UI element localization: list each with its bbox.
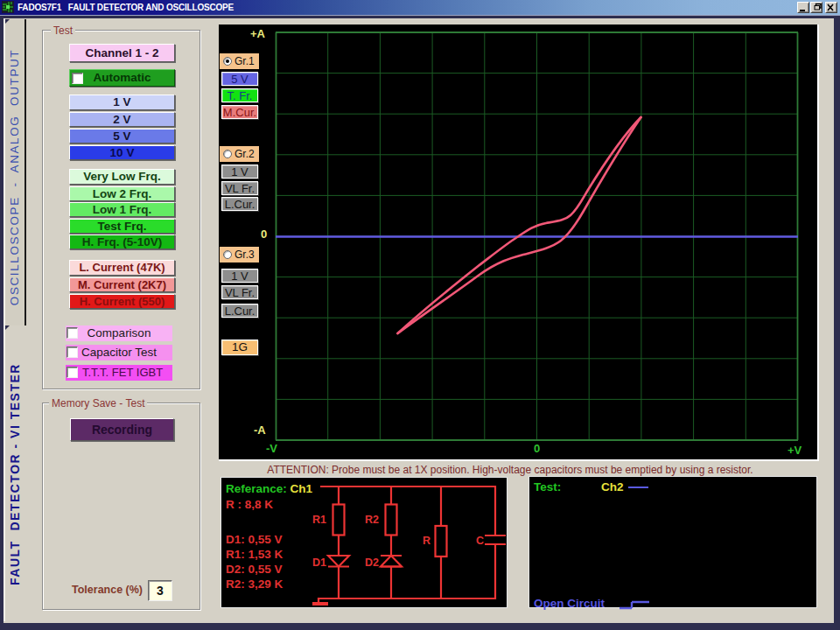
- svg-text:D1: D1: [312, 556, 326, 569]
- svg-text:D2: D2: [365, 556, 379, 569]
- svg-text:R1: R1: [312, 514, 326, 526]
- svg-text:C: C: [476, 535, 484, 547]
- svg-text:R: R: [423, 535, 430, 547]
- svg-text:R2: R2: [365, 514, 379, 526]
